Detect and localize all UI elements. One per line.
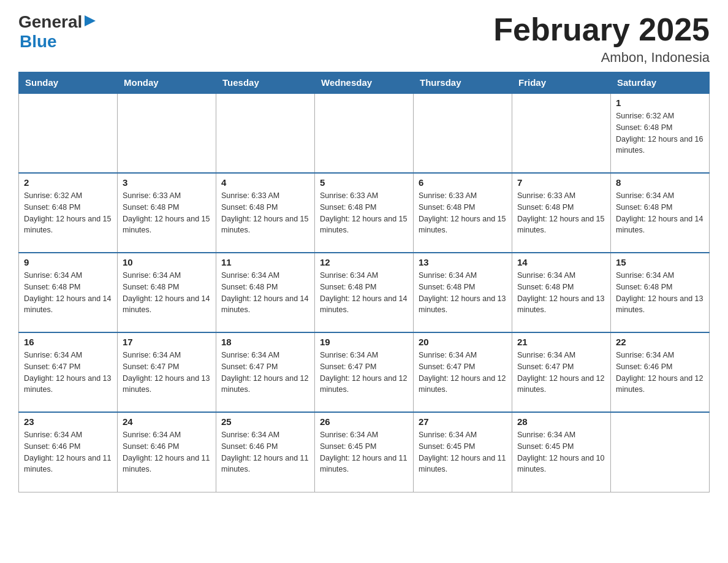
calendar-cell: 2Sunrise: 6:32 AMSunset: 6:48 PMDaylight… [19, 173, 118, 253]
calendar-cell: 20Sunrise: 6:34 AMSunset: 6:47 PMDayligh… [414, 332, 512, 412]
calendar-cell: 25Sunrise: 6:34 AMSunset: 6:46 PMDayligh… [216, 412, 315, 492]
day-number: 18 [221, 337, 309, 347]
calendar-cell: 14Sunrise: 6:34 AMSunset: 6:48 PMDayligh… [512, 253, 611, 332]
day-number: 22 [616, 337, 704, 347]
day-info: Sunrise: 6:34 AMSunset: 6:47 PMDaylight:… [221, 350, 309, 396]
calendar-week-2: 2Sunrise: 6:32 AMSunset: 6:48 PMDaylight… [19, 173, 710, 253]
day-info: Sunrise: 6:34 AMSunset: 6:47 PMDaylight:… [24, 350, 112, 396]
day-number: 10 [123, 257, 211, 267]
calendar-cell: 27Sunrise: 6:34 AMSunset: 6:45 PMDayligh… [414, 412, 512, 492]
calendar-cell: 13Sunrise: 6:34 AMSunset: 6:48 PMDayligh… [414, 253, 512, 332]
title-section: February 2025 Ambon, Indonesia [493, 12, 710, 66]
calendar-cell: 17Sunrise: 6:34 AMSunset: 6:47 PMDayligh… [118, 332, 216, 412]
day-number: 25 [221, 416, 309, 427]
calendar-week-5: 23Sunrise: 6:34 AMSunset: 6:46 PMDayligh… [19, 412, 710, 492]
day-info: Sunrise: 6:34 AMSunset: 6:46 PMDaylight:… [616, 350, 704, 396]
calendar-header-sunday: Sunday [19, 72, 118, 94]
day-number: 12 [320, 257, 408, 267]
day-number: 28 [517, 416, 605, 427]
location-subtitle: Ambon, Indonesia [493, 50, 710, 66]
calendar-header-monday: Monday [118, 72, 216, 94]
calendar-cell: 12Sunrise: 6:34 AMSunset: 6:48 PMDayligh… [315, 253, 414, 332]
calendar-cell: 9Sunrise: 6:34 AMSunset: 6:48 PMDaylight… [19, 253, 118, 332]
calendar-header-thursday: Thursday [414, 72, 512, 94]
day-number: 17 [123, 337, 211, 347]
day-number: 26 [320, 416, 408, 427]
day-info: Sunrise: 6:34 AMSunset: 6:45 PMDaylight:… [320, 429, 408, 475]
day-number: 23 [24, 416, 112, 427]
day-info: Sunrise: 6:33 AMSunset: 6:48 PMDaylight:… [320, 190, 408, 236]
day-number: 6 [419, 177, 507, 188]
calendar-cell: 10Sunrise: 6:34 AMSunset: 6:48 PMDayligh… [118, 253, 216, 332]
day-number: 5 [320, 177, 408, 188]
calendar-cell: 8Sunrise: 6:34 AMSunset: 6:48 PMDaylight… [611, 173, 710, 253]
calendar-cell [414, 93, 512, 173]
calendar-week-3: 9Sunrise: 6:34 AMSunset: 6:48 PMDaylight… [19, 253, 710, 332]
day-number: 4 [221, 177, 309, 188]
day-info: Sunrise: 6:32 AMSunset: 6:48 PMDaylight:… [616, 110, 704, 156]
day-info: Sunrise: 6:34 AMSunset: 6:48 PMDaylight:… [419, 270, 507, 316]
day-number: 19 [320, 337, 408, 347]
calendar-header-tuesday: Tuesday [216, 72, 315, 94]
day-number: 7 [517, 177, 605, 188]
day-number: 15 [616, 257, 704, 267]
day-info: Sunrise: 6:34 AMSunset: 6:48 PMDaylight:… [24, 270, 112, 316]
main-title: February 2025 [493, 12, 710, 47]
calendar-cell: 28Sunrise: 6:34 AMSunset: 6:45 PMDayligh… [512, 412, 611, 492]
calendar-cell [118, 93, 216, 173]
day-info: Sunrise: 6:34 AMSunset: 6:48 PMDaylight:… [123, 270, 211, 316]
logo: General Blue [18, 12, 97, 52]
day-number: 20 [419, 337, 507, 347]
calendar-cell: 19Sunrise: 6:34 AMSunset: 6:47 PMDayligh… [315, 332, 414, 412]
calendar-cell: 11Sunrise: 6:34 AMSunset: 6:48 PMDayligh… [216, 253, 315, 332]
day-info: Sunrise: 6:34 AMSunset: 6:48 PMDaylight:… [320, 270, 408, 316]
page-header: General Blue February 2025 Ambon, Indone… [18, 12, 710, 66]
day-info: Sunrise: 6:34 AMSunset: 6:48 PMDaylight:… [616, 190, 704, 236]
day-info: Sunrise: 6:34 AMSunset: 6:48 PMDaylight:… [221, 270, 309, 316]
day-number: 9 [24, 257, 112, 267]
calendar-cell: 26Sunrise: 6:34 AMSunset: 6:45 PMDayligh… [315, 412, 414, 492]
logo-arrow-icon [83, 14, 97, 28]
calendar-cell: 16Sunrise: 6:34 AMSunset: 6:47 PMDayligh… [19, 332, 118, 412]
calendar-cell [611, 412, 710, 492]
calendar-cell: 15Sunrise: 6:34 AMSunset: 6:48 PMDayligh… [611, 253, 710, 332]
day-info: Sunrise: 6:33 AMSunset: 6:48 PMDaylight:… [419, 190, 507, 236]
day-number: 14 [517, 257, 605, 267]
calendar-cell: 6Sunrise: 6:33 AMSunset: 6:48 PMDaylight… [414, 173, 512, 253]
calendar-cell: 18Sunrise: 6:34 AMSunset: 6:47 PMDayligh… [216, 332, 315, 412]
calendar-cell: 4Sunrise: 6:33 AMSunset: 6:48 PMDaylight… [216, 173, 315, 253]
day-number: 8 [616, 177, 704, 188]
calendar-cell: 5Sunrise: 6:33 AMSunset: 6:48 PMDaylight… [315, 173, 414, 253]
calendar-header-friday: Friday [512, 72, 611, 94]
day-number: 3 [123, 177, 211, 188]
calendar-header-row: SundayMondayTuesdayWednesdayThursdayFrid… [19, 72, 710, 94]
day-info: Sunrise: 6:34 AMSunset: 6:45 PMDaylight:… [419, 429, 507, 475]
calendar-cell: 21Sunrise: 6:34 AMSunset: 6:47 PMDayligh… [512, 332, 611, 412]
day-info: Sunrise: 6:33 AMSunset: 6:48 PMDaylight:… [221, 190, 309, 236]
day-number: 1 [616, 98, 704, 108]
day-number: 24 [123, 416, 211, 427]
calendar-table: SundayMondayTuesdayWednesdayThursdayFrid… [18, 72, 710, 492]
day-info: Sunrise: 6:34 AMSunset: 6:47 PMDaylight:… [320, 350, 408, 396]
calendar-cell: 24Sunrise: 6:34 AMSunset: 6:46 PMDayligh… [118, 412, 216, 492]
calendar-week-1: 1Sunrise: 6:32 AMSunset: 6:48 PMDaylight… [19, 93, 710, 173]
calendar-cell: 23Sunrise: 6:34 AMSunset: 6:46 PMDayligh… [19, 412, 118, 492]
day-info: Sunrise: 6:34 AMSunset: 6:46 PMDaylight:… [221, 429, 309, 475]
day-number: 21 [517, 337, 605, 347]
day-info: Sunrise: 6:34 AMSunset: 6:46 PMDaylight:… [123, 429, 211, 475]
day-number: 13 [419, 257, 507, 267]
day-info: Sunrise: 6:34 AMSunset: 6:47 PMDaylight:… [517, 350, 605, 396]
day-info: Sunrise: 6:33 AMSunset: 6:48 PMDaylight:… [517, 190, 605, 236]
day-number: 2 [24, 177, 112, 188]
logo-blue: Blue [20, 32, 97, 52]
day-info: Sunrise: 6:34 AMSunset: 6:47 PMDaylight:… [123, 350, 211, 396]
day-info: Sunrise: 6:34 AMSunset: 6:48 PMDaylight:… [616, 270, 704, 316]
logo-general: General [18, 12, 82, 32]
day-info: Sunrise: 6:34 AMSunset: 6:45 PMDaylight:… [517, 429, 605, 475]
calendar-header-wednesday: Wednesday [315, 72, 414, 94]
calendar-cell [315, 93, 414, 173]
day-info: Sunrise: 6:33 AMSunset: 6:48 PMDaylight:… [123, 190, 211, 236]
day-info: Sunrise: 6:34 AMSunset: 6:47 PMDaylight:… [419, 350, 507, 396]
day-number: 16 [24, 337, 112, 347]
day-info: Sunrise: 6:32 AMSunset: 6:48 PMDaylight:… [24, 190, 112, 236]
